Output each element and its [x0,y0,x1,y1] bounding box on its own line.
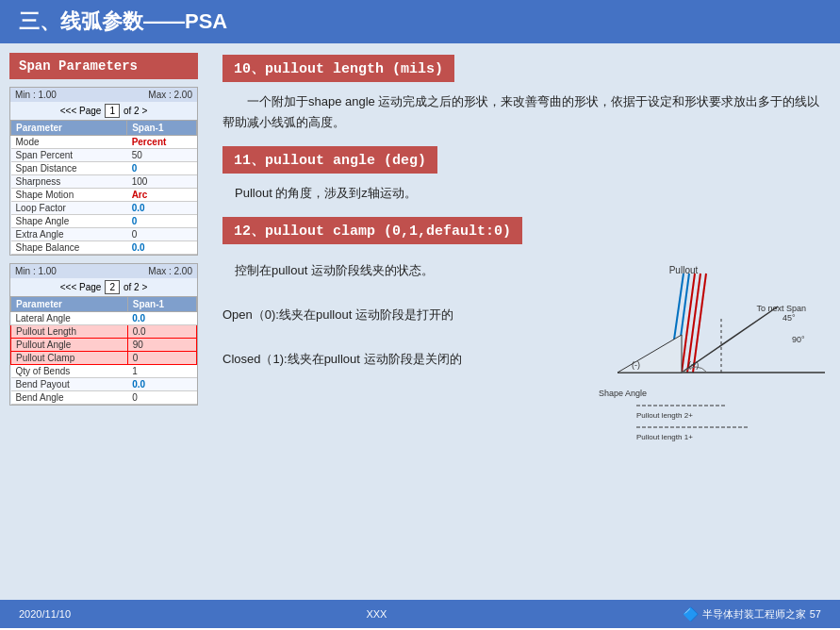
page-title: 三、线弧参数——PSA [19,8,227,36]
footer-logo-text: 半导体封装工程师之家 [702,607,806,622]
pullout-diagram: Pullout To next Span 45° [561,259,825,448]
table-row: Span Distance0 [11,162,197,175]
table-row: ModePercent [11,136,197,149]
footer-logo-icon: 🔷 [683,606,699,622]
table-row: Shape MotionArc [11,189,197,202]
table2-page: 2 [105,280,120,294]
svg-text:90°: 90° [792,335,805,344]
section-11-text: Pullout 的角度，涉及到z轴运动。 [222,183,825,204]
table-row: Pullout Clamp0 [11,352,197,365]
param-table-1: Min : 1.00 Max : 2.00 <<< Page 1 of 2 > … [9,87,198,256]
table-row: Span Percent50 [11,149,197,162]
table1-nav: <<< Page 1 of 2 > [10,102,197,120]
param-table-2-content: Parameter Span-1 Lateral Angle0.0Pullout… [10,296,197,405]
svg-text:45°: 45° [782,313,796,323]
footer-date: 2020/11/10 [19,608,71,620]
diagram-svg: Pullout To next Span 45° [561,259,825,452]
table-row: Bend Payout0.0 [11,378,197,391]
diagram-text-1: 控制在pullout 运动阶段线夹的状态。 [222,259,552,281]
table-row: Pullout Length0.0 [11,325,197,339]
table2-nav: <<< Page 2 of 2 > [10,278,197,296]
table2-minmax: Min : 1.00 Max : 2.00 [10,264,197,278]
span-parameters-label: Span Parameters [9,53,198,79]
table-row: Lateral Angle0.0 [11,312,197,325]
table-row: Sharpness100 [11,175,197,189]
right-panel: 10、pullout length (mils) 一个附加于shape angl… [207,43,840,600]
section-11: 11、pullout angle (deg) Pullout 的角度，涉及到z轴… [222,146,825,204]
diagram-text-2: Open（0):线夹在pullout 运动阶段是打开的 [222,304,552,325]
section-10-title: 10、pullout length (mils) [222,55,454,82]
table-row: Extra Angle0 [11,228,197,241]
footer-center: XXX [366,608,387,620]
section-10: 10、pullout length (mils) 一个附加于shape angl… [222,55,825,133]
section-12-title: 12、pullout clamp (0,1,default:0) [222,217,522,244]
svg-text:(-): (-) [632,360,640,370]
section-11-title: 11、pullout angle (deg) [222,146,437,174]
footer-right: 🔷 半导体封装工程师之家 57 [683,606,821,622]
section-12: 12、pullout clamp (0,1,default:0) 控制在pull… [222,217,825,452]
svg-text:To next Span: To next Span [756,304,806,313]
table-row: Shape Angle0 [11,215,197,228]
svg-text:Shape Angle: Shape Angle [599,389,647,398]
section-10-text: 一个附加于shape angle 运动完成之后的形状，来改善弯曲的形状，依据于设… [222,91,825,133]
table-row: Loop Factor0.0 [11,202,197,215]
table1-page: 1 [105,104,120,118]
header: 三、线弧参数——PSA [0,0,840,43]
table-row: Shape Balance0.0 [11,241,197,255]
diagram-text-3: Closed（1):线夹在pullout 运动阶段是关闭的 [222,348,552,370]
table-row: Qty of Bends1 [11,365,197,378]
footer-page: 57 [810,608,821,620]
table1-minmax: Min : 1.00 Max : 2.00 [10,88,197,102]
diagram-text: 控制在pullout 运动阶段线夹的状态。 Open（0):线夹在pullout… [222,259,552,452]
left-panel: Span Parameters Min : 1.00 Max : 2.00 <<… [0,43,207,600]
svg-text:Pullout length 1+: Pullout length 1+ [636,433,693,441]
svg-text:Pullout length 2+: Pullout length 2+ [636,411,693,420]
param-table-2: Min : 1.00 Max : 2.00 <<< Page 2 of 2 > … [9,263,198,406]
table-row: Bend Angle0 [11,391,197,405]
diagram-area: 控制在pullout 运动阶段线夹的状态。 Open（0):线夹在pullout… [222,259,825,452]
main-content: Span Parameters Min : 1.00 Max : 2.00 <<… [0,43,840,600]
table-row: Pullout Angle90 [11,339,197,352]
param-table-1-content: Parameter Span-1 ModePercentSpan Percent… [10,120,197,255]
footer: 2020/11/10 XXX 🔷 半导体封装工程师之家 57 [0,600,840,628]
